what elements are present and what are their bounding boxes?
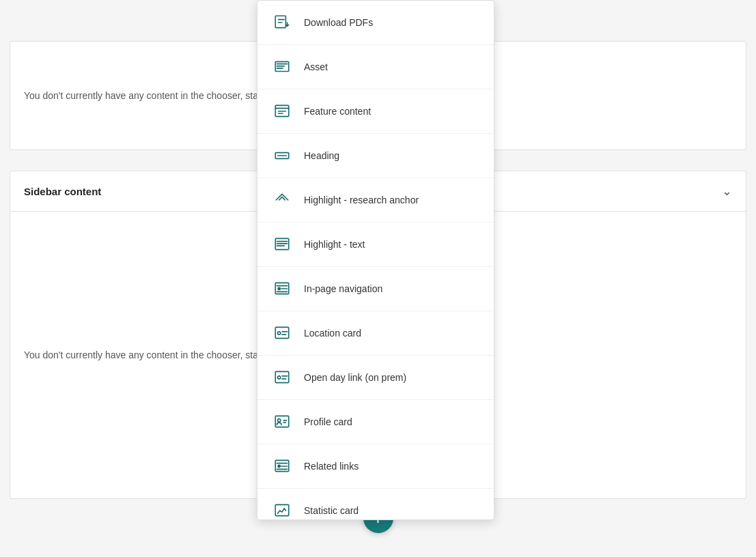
dropdown-item-label-asset: Asset	[304, 61, 328, 72]
dropdown-item-profile-card[interactable]: Profile card	[257, 400, 494, 444]
svg-point-6	[278, 287, 280, 289]
related-links-icon	[271, 455, 293, 477]
highlight-text-icon	[271, 233, 293, 255]
highlight-research-anchor-icon	[271, 189, 293, 211]
dropdown-item-location-card[interactable]: Location card	[257, 311, 494, 356]
dropdown-item-statistic-card[interactable]: Statistic card	[257, 489, 494, 519]
location-card-icon	[271, 322, 293, 344]
dropdown-item-highlight-text[interactable]: Highlight - text	[257, 223, 494, 267]
dropdown-item-label-highlight-research-anchor: Highlight - research anchor	[304, 195, 419, 205]
dropdown-item-open-day-link[interactable]: Open day link (on prem)	[257, 356, 494, 400]
dropdown-item-label-related-links: Related links	[304, 461, 359, 472]
dropdown-item-label-in-page-navigation: In-page navigation	[304, 283, 382, 294]
svg-point-8	[278, 332, 281, 334]
dropdown-item-download-pdfs[interactable]: Download PDFs	[257, 1, 494, 45]
open-day-link-icon	[271, 367, 293, 388]
dropdown-item-label-feature-content: Feature content	[304, 106, 371, 117]
sidebar-content-text: You don't currently have any content in …	[24, 349, 296, 360]
download-pdf-icon	[271, 12, 293, 33]
dropdown-item-in-page-navigation[interactable]: In-page navigation	[257, 267, 494, 311]
dropdown-item-highlight-research-anchor[interactable]: Highlight - research anchor	[257, 178, 494, 223]
dropdown-item-asset[interactable]: Asset	[257, 45, 494, 89]
dropdown-item-label-download-pdfs: Download PDFs	[304, 17, 373, 28]
svg-rect-15	[275, 504, 289, 515]
svg-point-10	[278, 376, 281, 379]
feature-content-icon	[271, 100, 293, 122]
dropdown-scroll-area[interactable]: Download PDFs Asset Feature content Head…	[257, 1, 494, 519]
top-content-text: You don't currently have any content in …	[24, 90, 296, 101]
dropdown-item-related-links[interactable]: Related links	[257, 444, 494, 489]
statistic-card-icon	[271, 500, 293, 519]
svg-point-14	[278, 465, 280, 467]
chevron-down-icon[interactable]: ⌄	[722, 184, 732, 199]
dropdown-item-label-heading: Heading	[304, 150, 339, 161]
sidebar-title: Sidebar content	[24, 186, 101, 197]
page-wrapper: You don't currently have any content in …	[0, 0, 756, 557]
svg-point-12	[278, 419, 281, 422]
dropdown-item-label-statistic-card: Statistic card	[304, 505, 359, 516]
asset-icon	[271, 56, 293, 78]
profile-card-icon	[271, 411, 293, 433]
dropdown-item-heading[interactable]: Heading	[257, 134, 494, 178]
heading-icon	[271, 145, 293, 167]
dropdown-item-label-open-day-link: Open day link (on prem)	[304, 372, 406, 383]
dropdown-item-label-highlight-text: Highlight - text	[304, 239, 365, 250]
dropdown-item-label-profile-card: Profile card	[304, 416, 352, 427]
dropdown-menu: Download PDFs Asset Feature content Head…	[257, 0, 494, 520]
in-page-navigation-icon	[271, 278, 293, 300]
dropdown-item-feature-content[interactable]: Feature content	[257, 89, 494, 134]
svg-rect-0	[275, 16, 285, 27]
dropdown-item-label-location-card: Location card	[304, 328, 361, 339]
